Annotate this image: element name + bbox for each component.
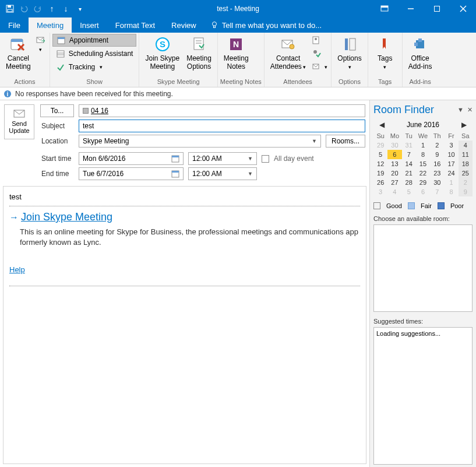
calendar-day[interactable]: 2 <box>430 141 444 150</box>
subject-input[interactable] <box>83 122 361 130</box>
room-list[interactable] <box>373 224 473 312</box>
appointment-button[interactable]: Appointment <box>52 34 137 47</box>
address-book-button[interactable] <box>311 34 329 47</box>
calendar-day[interactable]: 29 <box>416 178 430 187</box>
contact-attendees-button[interactable]: Contact Attendees ▾ <box>267 34 310 72</box>
calendar-day[interactable]: 5 <box>402 187 416 196</box>
calendar-day[interactable]: 3 <box>373 187 387 196</box>
calendar-day[interactable]: 19 <box>373 168 387 178</box>
next-item-icon[interactable]: ↓ <box>59 2 72 15</box>
calendar-day[interactable]: 22 <box>416 168 430 178</box>
calendar-day[interactable]: 14 <box>402 159 416 168</box>
start-date-field[interactable]: Mon 6/6/2016 <box>79 152 184 165</box>
help-link[interactable]: Help <box>9 265 25 274</box>
subject-field[interactable] <box>79 120 365 132</box>
prev-month-button[interactable]: ◀ <box>379 121 385 129</box>
calendar-day[interactable]: 31 <box>402 141 416 150</box>
meeting-body[interactable]: test →Join Skype Meeting This is an onli… <box>3 186 366 464</box>
join-skype-link[interactable]: Join Skype Meeting <box>21 211 112 223</box>
undo-icon[interactable] <box>17 2 30 15</box>
good-swatch <box>373 202 380 209</box>
calendar-day[interactable]: 7 <box>402 150 416 159</box>
calendar-day[interactable]: 2 <box>459 178 473 187</box>
tab-meeting[interactable]: Meeting <box>29 17 72 33</box>
calendar-day[interactable]: 5 <box>373 150 387 159</box>
maximize-button[interactable] <box>424 0 450 17</box>
calendar-day[interactable]: 26 <box>373 178 387 187</box>
check-names-button[interactable] <box>311 47 329 60</box>
calendar-day[interactable]: 25 <box>459 168 473 178</box>
calendar-day[interactable]: 30 <box>387 141 401 150</box>
prev-item-icon[interactable]: ↑ <box>45 2 58 15</box>
calendar-day[interactable]: 1 <box>416 141 430 150</box>
all-day-checkbox[interactable] <box>262 155 269 163</box>
calendar-day[interactable]: 10 <box>444 150 458 159</box>
pane-close-icon[interactable]: ✕ <box>467 106 473 114</box>
calendar-day[interactable]: 12 <box>373 159 387 168</box>
calendar-day[interactable]: 8 <box>416 150 430 159</box>
svg-point-8 <box>212 22 216 26</box>
calendar-day[interactable]: 20 <box>387 168 401 178</box>
calendar-day[interactable]: 1 <box>444 178 458 187</box>
to-button[interactable]: To... <box>40 104 74 117</box>
office-addins-button[interactable]: Office Add-ins <box>405 34 436 72</box>
calendar-day[interactable]: 16 <box>430 159 444 168</box>
end-date-field[interactable]: Tue 6/7/2016 <box>79 167 184 180</box>
tab-review[interactable]: Review <box>163 17 204 33</box>
pane-options-icon[interactable]: ▼ <box>457 106 464 114</box>
tags-button[interactable]: Tags▾ <box>371 34 400 72</box>
calendar-day[interactable]: 4 <box>387 187 401 196</box>
end-time-field[interactable]: 12:00 AM▼ <box>188 167 257 180</box>
actions-more-button[interactable]: ▾ <box>34 34 47 54</box>
calendar-day[interactable]: 4 <box>459 141 473 150</box>
rooms-button[interactable]: Rooms... <box>326 135 365 148</box>
tab-insert[interactable]: Insert <box>72 17 107 33</box>
calendar-day[interactable]: 23 <box>430 168 444 178</box>
poor-label: Poor <box>450 202 464 209</box>
options-button[interactable]: Options▾ <box>334 34 365 72</box>
calendar-day[interactable]: 8 <box>444 187 458 196</box>
calendar-day[interactable]: 24 <box>444 168 458 178</box>
calendar-day[interactable]: 11 <box>459 150 473 159</box>
calendar-day[interactable]: 15 <box>416 159 430 168</box>
response-options-button[interactable]: ▾ <box>311 61 329 73</box>
tab-format-text[interactable]: Format Text <box>107 17 163 33</box>
calendar-day[interactable]: 13 <box>387 159 401 168</box>
meeting-options-button[interactable]: Meeting Options <box>183 34 215 72</box>
calendar-day[interactable]: 6 <box>387 150 401 159</box>
svg-rect-9 <box>213 26 215 28</box>
calendar-day[interactable]: 18 <box>459 159 473 168</box>
redo-icon[interactable] <box>31 2 44 15</box>
tab-file[interactable]: File <box>0 17 29 33</box>
calendar-day[interactable]: 9 <box>430 150 444 159</box>
ribbon-display-icon[interactable] <box>371 0 397 17</box>
start-time-field[interactable]: 12:00 AM▼ <box>188 152 257 165</box>
calendar-day[interactable]: 7 <box>430 187 444 196</box>
calendar-day[interactable]: 9 <box>459 187 473 196</box>
minimize-button[interactable] <box>397 0 424 17</box>
save-icon[interactable] <box>3 2 16 15</box>
tracking-button[interactable]: Tracking ▾ <box>52 61 137 73</box>
calendar-day[interactable]: 17 <box>444 159 458 168</box>
cancel-meeting-button[interactable]: Cancel Meeting <box>2 34 34 72</box>
scheduling-assistant-button[interactable]: Scheduling Assistant <box>52 47 137 60</box>
send-update-button[interactable]: Send Update <box>4 104 34 139</box>
calendar-day[interactable]: 27 <box>387 178 401 187</box>
calendar-day[interactable]: 30 <box>430 178 444 187</box>
qat-customize-icon[interactable]: ▾ <box>73 2 86 15</box>
calendar-day[interactable]: 21 <box>402 168 416 178</box>
start-time-label: Start time <box>40 155 74 163</box>
suggested-times-list[interactable]: Loading suggestions... <box>373 327 473 465</box>
calendar-day[interactable]: 3 <box>444 141 458 150</box>
meeting-notes-button[interactable]: N Meeting Notes <box>220 34 252 72</box>
calendar-day[interactable]: 6 <box>416 187 430 196</box>
join-skype-button[interactable]: S Join Skype Meeting <box>142 34 183 72</box>
to-field[interactable]: 04 16 <box>79 104 365 117</box>
calendar-day[interactable]: 28 <box>402 178 416 187</box>
close-button[interactable] <box>450 0 476 17</box>
location-field[interactable]: Skype Meeting▼ <box>79 135 321 148</box>
legend: Good Fair Poor <box>373 202 473 209</box>
next-month-button[interactable]: ▶ <box>461 121 467 129</box>
calendar-day[interactable]: 29 <box>373 141 387 150</box>
tell-me-search[interactable]: Tell me what you want to do... <box>204 17 322 33</box>
